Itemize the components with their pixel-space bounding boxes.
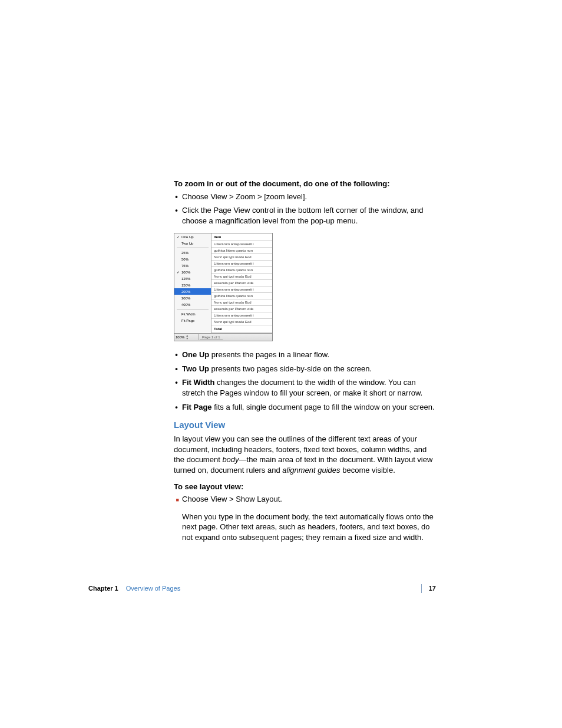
footer-left: Chapter 1 Overview of Pages (88, 584, 180, 593)
table-total: Total (211, 325, 272, 333)
menu-label: Fit Page (181, 318, 194, 323)
menu-item-125[interactable]: 125% (174, 275, 211, 282)
page-indicator: Page 1 of 1 (200, 335, 223, 340)
table-row: Nunc qui typi modo Eod (211, 254, 272, 261)
document-preview: Item Litterarum antepossuerit i gothica … (211, 233, 272, 333)
desc: fits a full, single document page to fil… (212, 403, 435, 411)
menu-item-150[interactable]: 150% (174, 282, 211, 288)
menu-item-50[interactable]: 50% (174, 256, 211, 262)
zoom-heading: To zoom in or out of the document, do on… (174, 179, 436, 189)
menu-item-one-up[interactable]: ✓One Up (174, 233, 211, 240)
page-view-control[interactable]: 100% ▲▼ (174, 334, 199, 340)
menu-item-fit-page[interactable]: Fit Page (174, 317, 211, 324)
menu-item-75[interactable]: 75% (174, 262, 211, 269)
section-heading-layout-view: Layout View (174, 419, 436, 431)
menu-label: Fit Width (181, 312, 196, 317)
menu-label: One Up (181, 235, 194, 239)
desc: changes the document to the width of the… (182, 378, 422, 397)
layout-view-subhead: To see layout view: (174, 482, 436, 492)
popup-menu-screenshot: ✓One Up Two Up 25% 50% 75% ✓100% 125% 15… (174, 233, 273, 334)
menu-item-two-up[interactable]: Two Up (174, 240, 211, 246)
desc: presents the pages in a linear flow. (209, 350, 329, 359)
check-icon: ✓ (177, 235, 181, 239)
view-modes-list: One Up presents the pages in a linear fl… (174, 350, 436, 412)
status-bar: 100% ▲▼ Page 1 of 1 (174, 334, 273, 341)
menu-separator (177, 248, 209, 248)
list-item: Choose View > Zoom > [zoom level]. (182, 192, 436, 202)
menu-label: 75% (181, 263, 189, 268)
table-row: gothica littera quarto non (211, 267, 272, 274)
list-item: One Up presents the pages in a linear fl… (182, 350, 436, 360)
chapter-title: Overview of Pages (126, 585, 180, 592)
menu-item-25[interactable]: 25% (174, 249, 211, 256)
menu-item-400[interactable]: 400% (174, 301, 211, 308)
table-row: essecula per Plarum vide (211, 306, 272, 312)
menu-label: Two Up (181, 241, 193, 246)
list-item: Click the Page View control in the botto… (182, 205, 436, 226)
menu-label: 150% (181, 283, 190, 288)
table-row: Nunc qui typi modo Eod (211, 274, 272, 280)
document-page: To zoom in or out of the document, do on… (0, 0, 562, 728)
table-row: gothica littera quarto non (211, 293, 272, 299)
table-row: Litterarum antepossuerit i (211, 286, 272, 293)
table-header: Item (211, 233, 272, 241)
page-body: To zoom in or out of the document, do on… (174, 179, 436, 548)
stepper-icon: ▲▼ (186, 334, 189, 340)
menu-item-fit-width[interactable]: Fit Width (174, 311, 211, 317)
layout-view-intro: In layout view you can see the outlines … (174, 434, 436, 475)
pageview-figure: ✓One Up Two Up 25% 50% 75% ✓100% 125% 15… (174, 233, 436, 341)
check-icon: ✓ (177, 270, 181, 275)
menu-label: 200% (181, 289, 190, 294)
menu-item-300[interactable]: 300% (174, 295, 211, 301)
list-item: Fit Page fits a full, single document pa… (182, 402, 436, 413)
term: Fit Page (182, 403, 212, 411)
layout-steps: Choose View > Show Layout. (174, 494, 436, 505)
menu-item-200[interactable]: 200% (174, 288, 211, 295)
term: One Up (182, 350, 209, 359)
term: Two Up (182, 364, 209, 373)
table-row: gothica littera quarto non (211, 248, 272, 254)
page-number: 17 (421, 584, 436, 593)
menu-label: 100% (181, 270, 190, 275)
list-item: Two Up presents two pages side-by-side o… (182, 364, 436, 374)
zoom-steps: Choose View > Zoom > [zoom level]. Click… (174, 192, 436, 226)
menu-label: 50% (181, 257, 189, 262)
list-item: Choose View > Show Layout. (182, 494, 436, 505)
table-row: Litterarum antepossuerit i (211, 312, 272, 319)
term: Fit Width (182, 378, 214, 387)
menu-label: 400% (181, 302, 190, 307)
list-item: Fit Width changes the document to the wi… (182, 377, 436, 398)
zoom-popup-menu: ✓One Up Two Up 25% 50% 75% ✓100% 125% 15… (174, 233, 211, 333)
table-row: Litterarum antepossuerit i (211, 261, 272, 267)
chapter-label: Chapter 1 (88, 585, 118, 592)
desc: presents two pages side-by-side on the s… (209, 364, 372, 373)
zoom-value: 100% (176, 335, 184, 340)
table-row: Nunc qui typi modo Eod (211, 299, 272, 306)
table-row: Nunc qui typi modo Eod (211, 319, 272, 325)
menu-item-100[interactable]: ✓100% (174, 269, 211, 275)
table-row: Litterarum antepossuerit i (211, 241, 272, 248)
page-footer: Chapter 1 Overview of Pages 17 (88, 584, 436, 593)
menu-label: 25% (181, 251, 189, 255)
layout-view-note: When you type in the document body, the … (182, 512, 436, 543)
menu-label: 125% (181, 276, 190, 281)
table-row: essecula per Plarum vide (211, 280, 272, 286)
menu-label: 300% (181, 296, 190, 301)
menu-separator (177, 309, 209, 309)
